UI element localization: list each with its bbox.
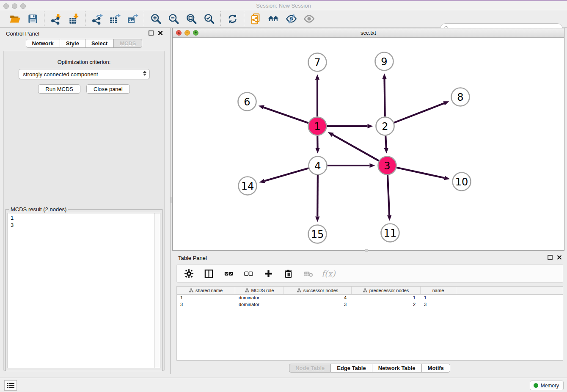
table-cell[interactable]: dominator [235, 301, 284, 308]
hide-selected-eye-icon[interactable] [285, 12, 297, 25]
tab-network[interactable]: Network [26, 39, 60, 48]
table-cell[interactable]: 1 [421, 295, 456, 301]
optimization-criterion-select[interactable]: strongly connected component [19, 69, 150, 79]
memory-status-icon [534, 383, 538, 388]
table-cell[interactable]: 3 [284, 301, 352, 308]
graph-edge-2-8[interactable] [394, 103, 444, 123]
column-label: shared name [195, 288, 223, 293]
zoom-selected-icon[interactable] [203, 12, 215, 25]
select-stepper-icon [143, 71, 146, 76]
network-window-titlebar[interactable]: x – + scc.txt [173, 28, 564, 38]
graph-node-label: 9 [381, 56, 387, 68]
export-image-icon[interactable] [126, 12, 139, 25]
open-folder-icon[interactable] [8, 12, 21, 25]
arrowhead-icon [315, 216, 319, 222]
tab-style[interactable]: Style [60, 39, 85, 48]
result-scrollbar[interactable] [154, 213, 160, 368]
import-network-icon[interactable] [50, 12, 62, 25]
tab-mcds[interactable]: MCDS [114, 39, 142, 48]
mcds-result-textarea[interactable]: 13 [8, 213, 160, 368]
network-canvas[interactable]: 1234678910111415 [173, 38, 564, 250]
zoom-in-icon[interactable] [149, 12, 162, 25]
close-panel-button[interactable]: Close panel [86, 84, 130, 94]
gear-icon[interactable] [182, 267, 195, 280]
add-icon[interactable] [262, 267, 275, 280]
graph-edge-4-15[interactable] [317, 175, 318, 216]
deselect-all-icon[interactable] [242, 267, 255, 280]
column-header-predecessor-nodes[interactable]: predecessor nodes [352, 287, 421, 294]
column-label: MCDS role [251, 288, 274, 293]
refresh-icon[interactable] [226, 12, 239, 25]
save-icon[interactable] [26, 12, 39, 25]
vertical-splitter[interactable] [170, 28, 172, 374]
splitter-grip[interactable] [171, 197, 172, 203]
control-panel-title: Control Panel [6, 30, 39, 37]
table-cell[interactable]: 4 [284, 295, 352, 301]
arrowhead-icon [315, 148, 319, 153]
tab-edge-table[interactable]: Edge Table [331, 364, 372, 373]
table-row[interactable]: 1dominator411 [177, 295, 563, 301]
column-layout-icon[interactable] [202, 267, 215, 280]
table-cell[interactable]: 1 [177, 295, 235, 301]
network-window: x – + scc.txt 1234678910111415 [172, 28, 564, 251]
graph-node-label: 1 [314, 121, 320, 133]
column-header-MCDS-role[interactable]: MCDS role [235, 287, 284, 294]
close-panel-icon[interactable] [557, 255, 562, 260]
graph-edge-3-10[interactable] [396, 168, 444, 178]
column-header-shared-name[interactable]: shared name [177, 287, 235, 294]
run-mcds-button[interactable]: Run MCDS [38, 84, 80, 94]
column-label: name [432, 288, 444, 293]
main-toolbar [0, 10, 567, 28]
table-cell[interactable]: dominator [235, 295, 284, 301]
zoom-out-icon[interactable] [167, 12, 180, 25]
node-table[interactable]: shared nameMCDS rolesuccessor nodesprede… [176, 286, 563, 361]
arrowhead-icon [444, 176, 450, 180]
graph-edge-3-1[interactable] [333, 135, 379, 161]
arrowhead-icon [370, 163, 375, 168]
export-network-icon[interactable] [91, 12, 103, 25]
table-cell[interactable]: 3 [421, 301, 456, 308]
column-type-icon [363, 288, 367, 293]
import-table-icon[interactable] [67, 12, 80, 25]
function-builder-icon: f(x) [322, 269, 336, 278]
delete-icon[interactable] [282, 267, 295, 280]
tab-node-table[interactable]: Node Table [289, 364, 331, 373]
export-table-icon[interactable] [108, 12, 121, 25]
zoom-fit-icon[interactable] [185, 12, 198, 25]
tab-network-table[interactable]: Network Table [372, 364, 422, 373]
arrowhead-icon [384, 148, 388, 153]
clone-network-icon[interactable] [249, 12, 262, 25]
select-all-icon[interactable] [222, 267, 235, 280]
mcds-result-group: MCDS result (2 nodes) 13 [6, 209, 162, 371]
column-label: predecessor nodes [369, 288, 409, 293]
close-panel-icon[interactable] [158, 30, 163, 36]
table-panel-title: Table Panel [178, 255, 207, 261]
column-header-successor-nodes[interactable]: successor nodes [284, 287, 352, 294]
first-neighbors-icon[interactable] [267, 12, 280, 25]
table-cell[interactable]: 2 [352, 301, 421, 308]
float-panel-icon[interactable] [149, 30, 154, 36]
arrowhead-icon [259, 105, 264, 110]
table-cell[interactable]: 3 [177, 301, 235, 308]
table-header-row: shared nameMCDS rolesuccessor nodesprede… [177, 287, 563, 295]
task-history-button[interactable] [4, 380, 17, 391]
tab-motifs[interactable]: Motifs [422, 364, 450, 373]
tab-select[interactable]: Select [85, 39, 114, 48]
graph-edge-4-14[interactable] [264, 168, 309, 181]
graph-edge-3-11[interactable] [388, 175, 389, 215]
table-cell[interactable]: 1 [352, 295, 421, 301]
arrowhead-icon [259, 179, 265, 183]
app-title: Session: New Session [0, 3, 567, 9]
mcds-panel: Optimization criterion: strongly connect… [3, 51, 165, 371]
horizontal-splitter-grip[interactable] [365, 249, 368, 252]
graph-edge-1-6[interactable] [264, 108, 308, 123]
column-header-name[interactable]: name [421, 287, 456, 294]
float-panel-icon[interactable] [548, 255, 553, 260]
graph-edge-2-3[interactable] [385, 135, 386, 148]
graph-edge-2-9[interactable] [385, 79, 385, 116]
memory-button[interactable]: Memory [530, 381, 564, 390]
table-row[interactable]: 3dominator323 [177, 301, 563, 308]
column-label: successor nodes [303, 288, 339, 293]
graph-node-label: 2 [382, 121, 388, 133]
arrowhead-icon [387, 215, 391, 221]
